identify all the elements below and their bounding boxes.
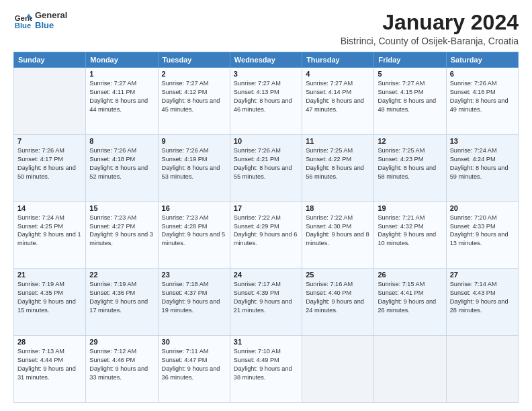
day-number: 5 xyxy=(378,70,442,78)
day-number: 4 xyxy=(306,70,370,78)
calendar-cell: 9Sunrise: 7:26 AMSunset: 4:19 PMDaylight… xyxy=(158,134,230,201)
day-number: 23 xyxy=(162,271,226,279)
calendar-cell xyxy=(446,336,518,403)
day-number: 9 xyxy=(162,137,226,145)
day-number: 27 xyxy=(450,271,515,279)
day-info: Sunrise: 7:13 AMSunset: 4:44 PMDaylight:… xyxy=(17,347,82,382)
day-number: 6 xyxy=(450,70,515,78)
weekday-header-wednesday: Wednesday xyxy=(230,52,302,68)
day-info: Sunrise: 7:27 AMSunset: 4:15 PMDaylight:… xyxy=(378,79,442,114)
weekday-header-sunday: Sunday xyxy=(14,52,86,68)
day-info: Sunrise: 7:26 AMSunset: 4:21 PMDaylight:… xyxy=(234,146,298,181)
calendar-week-row: 1Sunrise: 7:27 AMSunset: 4:11 PMDaylight… xyxy=(14,68,519,135)
calendar-cell: 18Sunrise: 7:22 AMSunset: 4:30 PMDayligh… xyxy=(302,201,374,269)
day-info: Sunrise: 7:23 AMSunset: 4:28 PMDaylight:… xyxy=(162,214,226,248)
page: General Blue General Blue January 2024 B… xyxy=(0,0,532,411)
day-number: 17 xyxy=(234,204,298,212)
day-number: 18 xyxy=(306,204,370,212)
calendar-cell: 16Sunrise: 7:23 AMSunset: 4:28 PMDayligh… xyxy=(158,201,230,269)
day-info: Sunrise: 7:27 AMSunset: 4:13 PMDaylight:… xyxy=(234,79,298,114)
calendar-cell: 24Sunrise: 7:17 AMSunset: 4:39 PMDayligh… xyxy=(230,269,302,336)
day-number: 13 xyxy=(450,137,515,145)
calendar-cell: 8Sunrise: 7:26 AMSunset: 4:18 PMDaylight… xyxy=(86,134,158,201)
calendar-cell: 19Sunrise: 7:21 AMSunset: 4:32 PMDayligh… xyxy=(374,201,446,269)
day-number: 10 xyxy=(234,137,298,145)
day-number: 14 xyxy=(17,204,82,212)
day-number: 28 xyxy=(17,338,82,346)
day-number: 30 xyxy=(162,338,226,346)
calendar-cell: 20Sunrise: 7:20 AMSunset: 4:33 PMDayligh… xyxy=(446,201,518,269)
calendar-cell: 31Sunrise: 7:10 AMSunset: 4:49 PMDayligh… xyxy=(230,336,302,403)
day-info: Sunrise: 7:25 AMSunset: 4:23 PMDaylight:… xyxy=(378,146,442,181)
weekday-header-friday: Friday xyxy=(374,52,446,68)
day-number: 20 xyxy=(450,204,515,212)
logo-general: General xyxy=(35,11,67,21)
svg-text:Blue: Blue xyxy=(15,21,32,30)
calendar-cell: 21Sunrise: 7:19 AMSunset: 4:35 PMDayligh… xyxy=(14,269,86,336)
day-info: Sunrise: 7:19 AMSunset: 4:35 PMDaylight:… xyxy=(17,280,82,315)
day-info: Sunrise: 7:26 AMSunset: 4:17 PMDaylight:… xyxy=(17,146,82,181)
day-info: Sunrise: 7:23 AMSunset: 4:27 PMDaylight:… xyxy=(89,214,154,248)
calendar-cell xyxy=(374,336,446,403)
day-number: 15 xyxy=(89,204,154,212)
calendar-cell: 13Sunrise: 7:24 AMSunset: 4:24 PMDayligh… xyxy=(446,134,518,201)
calendar-cell: 23Sunrise: 7:18 AMSunset: 4:37 PMDayligh… xyxy=(158,269,230,336)
calendar-cell: 25Sunrise: 7:16 AMSunset: 4:40 PMDayligh… xyxy=(302,269,374,336)
day-info: Sunrise: 7:15 AMSunset: 4:41 PMDaylight:… xyxy=(378,280,442,315)
day-number: 25 xyxy=(306,271,370,279)
calendar-cell xyxy=(302,336,374,403)
day-number: 2 xyxy=(162,70,226,78)
day-number: 1 xyxy=(89,70,154,78)
calendar-header-row: SundayMondayTuesdayWednesdayThursdayFrid… xyxy=(14,52,519,68)
calendar-cell: 10Sunrise: 7:26 AMSunset: 4:21 PMDayligh… xyxy=(230,134,302,201)
calendar-week-row: 7Sunrise: 7:26 AMSunset: 4:17 PMDaylight… xyxy=(14,134,519,201)
calendar-cell: 1Sunrise: 7:27 AMSunset: 4:11 PMDaylight… xyxy=(86,68,158,135)
day-info: Sunrise: 7:25 AMSunset: 4:22 PMDaylight:… xyxy=(306,146,370,181)
day-info: Sunrise: 7:19 AMSunset: 4:36 PMDaylight:… xyxy=(89,280,154,315)
calendar-cell: 3Sunrise: 7:27 AMSunset: 4:13 PMDaylight… xyxy=(230,68,302,135)
calendar-week-row: 21Sunrise: 7:19 AMSunset: 4:35 PMDayligh… xyxy=(14,269,519,336)
weekday-header-saturday: Saturday xyxy=(446,52,518,68)
day-number: 22 xyxy=(89,271,154,279)
calendar-week-row: 28Sunrise: 7:13 AMSunset: 4:44 PMDayligh… xyxy=(14,336,519,403)
weekday-header-thursday: Thursday xyxy=(302,52,374,68)
day-number: 29 xyxy=(89,338,154,346)
day-info: Sunrise: 7:17 AMSunset: 4:39 PMDaylight:… xyxy=(234,280,298,315)
header: General Blue General Blue January 2024 B… xyxy=(13,11,519,46)
day-info: Sunrise: 7:14 AMSunset: 4:43 PMDaylight:… xyxy=(450,280,515,315)
day-number: 7 xyxy=(17,137,82,145)
calendar-cell: 26Sunrise: 7:15 AMSunset: 4:41 PMDayligh… xyxy=(374,269,446,336)
location-title: Bistrinci, County of Osijek-Baranja, Cro… xyxy=(341,36,519,46)
calendar-cell: 22Sunrise: 7:19 AMSunset: 4:36 PMDayligh… xyxy=(86,269,158,336)
calendar-cell: 11Sunrise: 7:25 AMSunset: 4:22 PMDayligh… xyxy=(302,134,374,201)
day-info: Sunrise: 7:26 AMSunset: 4:19 PMDaylight:… xyxy=(162,146,226,181)
calendar-cell: 17Sunrise: 7:22 AMSunset: 4:29 PMDayligh… xyxy=(230,201,302,269)
day-info: Sunrise: 7:27 AMSunset: 4:14 PMDaylight:… xyxy=(306,79,370,114)
day-number: 3 xyxy=(234,70,298,78)
day-info: Sunrise: 7:10 AMSunset: 4:49 PMDaylight:… xyxy=(234,347,298,382)
day-info: Sunrise: 7:22 AMSunset: 4:30 PMDaylight:… xyxy=(306,214,370,248)
calendar-cell: 7Sunrise: 7:26 AMSunset: 4:17 PMDaylight… xyxy=(14,134,86,201)
calendar-table: SundayMondayTuesdayWednesdayThursdayFrid… xyxy=(13,52,519,403)
day-number: 19 xyxy=(378,204,442,212)
calendar-cell: 15Sunrise: 7:23 AMSunset: 4:27 PMDayligh… xyxy=(86,201,158,269)
day-info: Sunrise: 7:26 AMSunset: 4:18 PMDaylight:… xyxy=(89,146,154,181)
calendar-cell: 4Sunrise: 7:27 AMSunset: 4:14 PMDaylight… xyxy=(302,68,374,135)
calendar-cell: 27Sunrise: 7:14 AMSunset: 4:43 PMDayligh… xyxy=(446,269,518,336)
day-info: Sunrise: 7:12 AMSunset: 4:46 PMDaylight:… xyxy=(89,347,154,382)
day-number: 11 xyxy=(306,137,370,145)
day-number: 12 xyxy=(378,137,442,145)
day-number: 24 xyxy=(234,271,298,279)
day-info: Sunrise: 7:27 AMSunset: 4:12 PMDaylight:… xyxy=(162,79,226,114)
day-number: 8 xyxy=(89,137,154,145)
calendar-cell: 29Sunrise: 7:12 AMSunset: 4:46 PMDayligh… xyxy=(86,336,158,403)
calendar-cell: 2Sunrise: 7:27 AMSunset: 4:12 PMDaylight… xyxy=(158,68,230,135)
day-number: 21 xyxy=(17,271,82,279)
month-title: January 2024 xyxy=(341,11,519,34)
calendar-cell: 30Sunrise: 7:11 AMSunset: 4:47 PMDayligh… xyxy=(158,336,230,403)
weekday-header-monday: Monday xyxy=(86,52,158,68)
calendar-cell: 6Sunrise: 7:26 AMSunset: 4:16 PMDaylight… xyxy=(446,68,518,135)
calendar-week-row: 14Sunrise: 7:24 AMSunset: 4:25 PMDayligh… xyxy=(14,201,519,269)
logo: General Blue General Blue xyxy=(13,11,67,31)
day-number: 26 xyxy=(378,271,442,279)
